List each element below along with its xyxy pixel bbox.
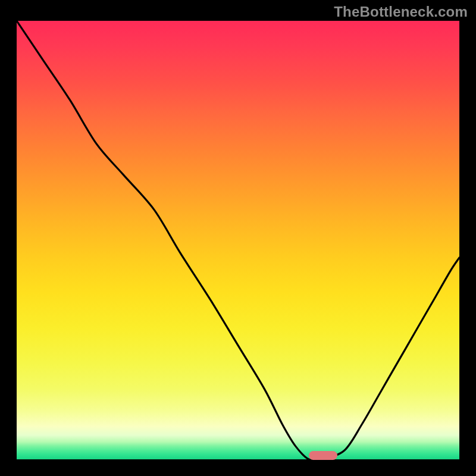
curve-path xyxy=(17,21,459,459)
bottleneck-curve xyxy=(17,21,459,459)
chart-container: TheBottleneck.com xyxy=(0,0,476,476)
plot-area xyxy=(17,21,459,459)
watermark-text: TheBottleneck.com xyxy=(334,4,468,20)
optimum-marker xyxy=(309,451,337,460)
